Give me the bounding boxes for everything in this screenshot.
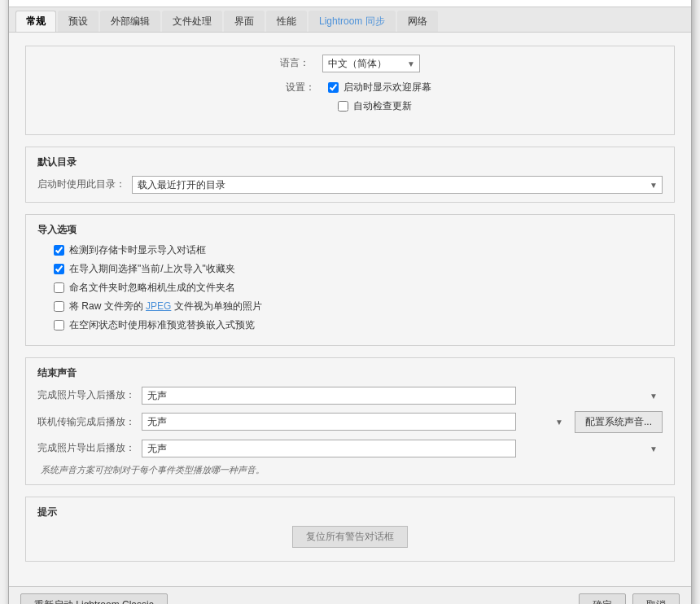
sound-label-0: 完成照片导入后播放： [37, 388, 135, 402]
default-dir-title: 默认目录 [37, 155, 663, 169]
default-dir-section: 默认目录 启动时使用此目录： 载入最近打开的目录 提示我选择目录 打开特定目录 … [25, 147, 675, 203]
sound-select-wrap-1: 无声 默认 ▼ [142, 413, 568, 431]
window-title: 首选项 [17, 0, 46, 1]
import-item-3: 将 Raw 文件旁的 JPEG 文件视为单独的照片 [37, 300, 663, 313]
hint-section: 提示 复位所有警告对话框 [25, 497, 675, 562]
settings-label-row: 设置： 启动时显示欢迎屏幕 [269, 81, 431, 94]
import-item-0: 检测到存储卡时显示导入对话框 [37, 243, 663, 257]
title-bar: 首选项 ✕ [9, 0, 691, 7]
sound-title: 结束声音 [37, 366, 663, 380]
detect-card-label[interactable]: 检测到存储卡时显示导入对话框 [69, 243, 206, 257]
show-welcome-label[interactable]: 启动时显示欢迎屏幕 [343, 81, 431, 94]
idle-preview-checkbox[interactable] [54, 320, 64, 330]
show-welcome-checkbox[interactable] [328, 82, 339, 93]
import-title: 导入选项 [37, 223, 663, 237]
sound-row-0: 完成照片导入后播放： 无声 默认 ▼ [37, 387, 663, 405]
import-item-2: 命名文件夹时忽略相机生成的文件夹名 [37, 281, 663, 295]
sound-row-2: 完成照片导出后播放： 无声 默认 ▼ [37, 440, 663, 457]
sound-label-1: 联机传输完成后播放： [37, 415, 135, 429]
sound-section: 结束声音 完成照片导入后播放： 无声 默认 ▼ 联机传输完成后播放： [25, 357, 675, 485]
sound-arrow-0: ▼ [650, 391, 658, 400]
hint-title: 提示 [37, 506, 663, 519]
tab-external[interactable]: 外部编辑 [100, 11, 160, 32]
sound-note: 系统声音方案可控制对于每个事件类型播放哪一种声音。 [37, 464, 663, 476]
sound-select-0[interactable]: 无声 默认 [142, 387, 516, 405]
detect-card-checkbox[interactable] [54, 245, 64, 256]
tab-performance[interactable]: 性能 [266, 11, 307, 32]
tab-interface[interactable]: 界面 [224, 11, 265, 32]
startup-label: 启动时使用此目录： [37, 177, 125, 191]
tab-network[interactable]: 网络 [397, 11, 438, 32]
tab-preset[interactable]: 预设 [58, 11, 98, 32]
settings-rows: 设置： 启动时显示欢迎屏幕 自动检查更新 [37, 81, 663, 118]
auto-update-checkbox[interactable] [338, 101, 348, 112]
footer: 重新启动 Lightroom Classic 确定 取消 [9, 586, 691, 605]
sound-label-2: 完成照片导出后播放： [37, 441, 135, 455]
main-content: 语言： 中文（简体） English ▼ 设置： 启动时显示欢迎屏幕 [9, 33, 691, 586]
import-item-4: 在空闲状态时使用标准预览替换嵌入式预览 [37, 318, 663, 332]
language-label: 语言： [280, 56, 309, 70]
raw-jpeg-label: 将 Raw 文件旁的 JPEG 文件视为单独的照片 [69, 300, 262, 313]
select-prev-checkbox[interactable] [54, 264, 64, 274]
startup-select-wrapper: 载入最近打开的目录 提示我选择目录 打开特定目录 ▼ [132, 176, 663, 194]
footer-right: 确定 取消 [579, 593, 680, 605]
ignore-folder-checkbox[interactable] [54, 282, 64, 293]
tab-general[interactable]: 常规 [15, 11, 56, 32]
ignore-folder-label[interactable]: 命名文件夹时忽略相机生成的文件夹名 [69, 281, 235, 295]
tab-file[interactable]: 文件处理 [162, 11, 222, 32]
sound-select-2[interactable]: 无声 默认 [142, 440, 516, 457]
restart-button[interactable]: 重新启动 Lightroom Classic [20, 593, 168, 605]
tab-bar: 常规 预设 外部编辑 文件处理 界面 性能 Lightroom 同步 网络 [9, 7, 691, 33]
auto-update-label[interactable]: 自动检查更新 [353, 99, 412, 113]
import-item-1: 在导入期间选择"当前/上次导入"收藏夹 [37, 262, 663, 276]
confirm-button[interactable]: 确定 [579, 593, 626, 605]
cancel-button[interactable]: 取消 [632, 593, 680, 605]
auto-update-row: 自动检查更新 [289, 99, 412, 113]
tab-lightroom[interactable]: Lightroom 同步 [308, 11, 396, 32]
language-row: 语言： 中文（简体） English ▼ [37, 55, 663, 72]
language-select-wrapper: 中文（简体） English ▼ [322, 55, 420, 72]
reset-warnings-button[interactable]: 复位所有警告对话框 [292, 526, 408, 548]
raw-jpeg-checkbox[interactable] [54, 301, 64, 312]
sound-select-wrap-2: 无声 默认 ▼ [142, 440, 663, 457]
idle-preview-label[interactable]: 在空闲状态时使用标准预览替换嵌入式预览 [69, 318, 255, 332]
sound-row-1: 联机传输完成后播放： 无声 默认 ▼ 配置系统声音... [37, 411, 663, 433]
import-section: 导入选项 检测到存储卡时显示导入对话框 在导入期间选择"当前/上次导入"收藏夹 … [25, 214, 675, 346]
startup-select[interactable]: 载入最近打开的目录 提示我选择目录 打开特定目录 [132, 176, 663, 194]
sound-select-wrap-0: 无声 默认 ▼ [142, 387, 663, 405]
general-section: 语言： 中文（简体） English ▼ 设置： 启动时显示欢迎屏幕 [25, 46, 675, 135]
sound-select-1[interactable]: 无声 默认 [142, 413, 516, 431]
content-area: 语言： 中文（简体） English ▼ 设置： 启动时显示欢迎屏幕 [9, 33, 691, 586]
sound-arrow-2: ▼ [650, 444, 658, 453]
preferences-dialog: 首选项 ✕ 常规 预设 外部编辑 文件处理 界面 性能 Lightroom 同步… [8, 0, 692, 604]
select-prev-label[interactable]: 在导入期间选择"当前/上次导入"收藏夹 [69, 262, 235, 276]
language-select[interactable]: 中文（简体） English [322, 55, 420, 72]
default-dir-row: 启动时使用此目录： 载入最近打开的目录 提示我选择目录 打开特定目录 ▼ [37, 176, 663, 194]
settings-label: 设置： [286, 81, 328, 94]
configure-sound-button[interactable]: 配置系统声音... [575, 411, 663, 433]
sound-arrow-1: ▼ [555, 418, 563, 427]
